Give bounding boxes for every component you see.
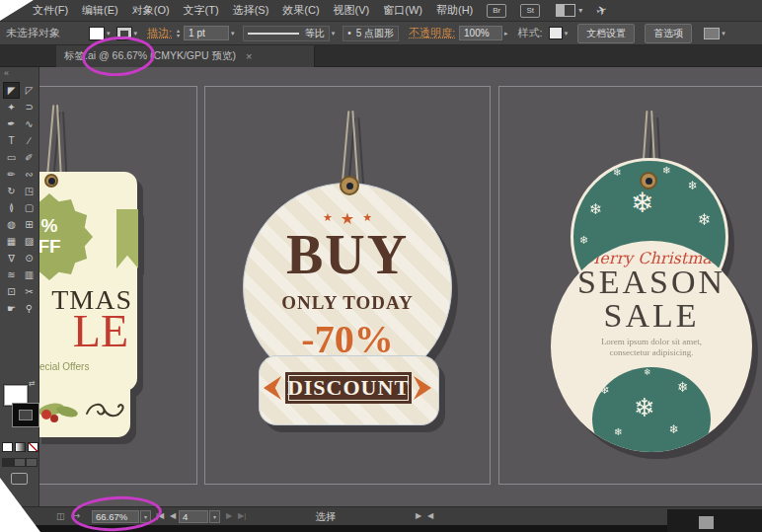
column-graph-tool[interactable]: ▥: [21, 266, 38, 283]
pencil-tool[interactable]: ✏: [3, 166, 20, 183]
perspective-grid-tool[interactable]: ⊞: [21, 216, 38, 233]
buy-headline: BUY: [243, 225, 452, 284]
rectangle-tool[interactable]: ▭: [3, 149, 20, 166]
artboard-number-field[interactable]: 4: [179, 510, 208, 523]
artboard-dropdown-icon[interactable]: ▾: [209, 510, 220, 523]
last-artboard-button[interactable]: ▶|: [238, 511, 246, 520]
workspace-switcher-icon[interactable]: [556, 4, 575, 17]
draw-behind-button[interactable]: [14, 458, 26, 467]
stroke-width-dropdown-icon[interactable]: ▾: [231, 30, 235, 38]
pen-tool[interactable]: ✒: [3, 115, 20, 132]
canvas-area: % FF TMAS LE ecial Offers ★★★ BUY ONLY T…: [39, 67, 762, 508]
fill-indicator[interactable]: [4, 385, 28, 406]
style-swatch[interactable]: [549, 27, 563, 39]
next-artboard-button[interactable]: ▶: [226, 511, 232, 520]
opacity-panel-link[interactable]: 不透明度:: [409, 26, 455, 40]
width-profile-dropdown[interactable]: 等比: [243, 26, 330, 41]
style-dropdown-icon[interactable]: ▾: [565, 30, 569, 38]
free-transform-tool[interactable]: ▢: [21, 199, 38, 216]
tool-grid: ◤ ◸ ✦ ⊃ ✒ ∿ T ∕ ▭ ✐ ✏ ∾ ↻ ◳ ≬ ▢ ◍ ⊞ ▦ ▨ …: [3, 82, 38, 317]
gradient-button[interactable]: [15, 442, 26, 452]
paint-style-buttons: [2, 442, 38, 452]
right-season-sale-tag[interactable]: ❄ ❄ ❄ ❄ ❄ ❄ ❄ Merry Christmas SEASON SAL…: [545, 107, 754, 454]
gradient-tool[interactable]: ▨: [21, 233, 38, 250]
blend-tool[interactable]: ⊙: [21, 250, 38, 266]
arrange-panel-icon[interactable]: [704, 28, 720, 39]
curvature-tool[interactable]: ∿: [21, 115, 38, 132]
menu-edit[interactable]: 编辑(E): [82, 3, 118, 18]
line-segment-tool[interactable]: ∕: [21, 132, 38, 149]
slice-tool[interactable]: ✂: [21, 283, 38, 300]
shaper-tool[interactable]: ∾: [21, 166, 38, 183]
fill-color-swatch[interactable]: [89, 27, 105, 40]
left-christmas-tag[interactable]: % FF TMAS LE ecial Offers: [36, 99, 154, 446]
share-icon[interactable]: ✈: [594, 2, 609, 20]
zoom-tool[interactable]: ⚲: [21, 300, 38, 317]
draw-normal-button[interactable]: [2, 458, 14, 467]
stroke-width-field[interactable]: 1 pt: [184, 26, 229, 40]
stock-button[interactable]: St: [520, 4, 540, 18]
center-discount-tag[interactable]: ★★★ BUY ONLY TODAY -70% DISCOUNT: [237, 107, 456, 434]
swap-fill-stroke-icon[interactable]: ⇄: [29, 379, 36, 388]
preferences-button[interactable]: 首选项: [645, 24, 692, 43]
status-scroll-left-icon[interactable]: ◀: [427, 511, 433, 520]
shape-builder-tool[interactable]: ◍: [3, 216, 20, 233]
type-tool[interactable]: T: [3, 132, 20, 149]
symbol-sprayer-tool[interactable]: ≋: [3, 266, 20, 283]
hand-tool[interactable]: ☛: [3, 300, 20, 317]
collapse-panel-icon[interactable]: «: [0, 67, 38, 78]
style-label: 样式:: [518, 26, 543, 40]
screen-mode-button[interactable]: [11, 473, 28, 485]
eyedropper-tool[interactable]: ∇: [3, 250, 20, 266]
stroke-indicator[interactable]: [13, 404, 38, 426]
color-button[interactable]: [2, 442, 13, 452]
profile-dropdown-icon[interactable]: ▾: [332, 30, 336, 38]
selection-status-label: 未选择对象: [6, 26, 83, 40]
menu-view[interactable]: 视图(V): [334, 3, 370, 18]
tag-string: [46, 105, 55, 180]
menu-object[interactable]: 对象(O): [132, 3, 170, 18]
magic-wand-tool[interactable]: ✦: [3, 99, 20, 115]
mesh-tool[interactable]: ▦: [3, 233, 20, 250]
tag-eyelet: [44, 174, 58, 188]
lorem-line-2: consectetur adipisicing.: [551, 347, 752, 357]
arrange-dropdown-icon[interactable]: ▾: [722, 30, 725, 38]
width-tool[interactable]: ≬: [3, 199, 20, 216]
fill-dropdown-icon[interactable]: ▾: [107, 30, 111, 38]
opacity-expand-icon[interactable]: ▸: [504, 30, 508, 38]
artboard-tool[interactable]: ⊡: [3, 283, 20, 300]
tab-close-icon[interactable]: ×: [246, 50, 252, 62]
direct-selection-tool[interactable]: ◸: [21, 82, 38, 99]
none-button[interactable]: [28, 442, 38, 452]
bridge-button[interactable]: Br: [487, 4, 506, 18]
opacity-field[interactable]: 100%: [459, 26, 502, 40]
brush-dropdown[interactable]: • 5 点圆形: [343, 26, 399, 41]
tag-eyelet: [340, 176, 359, 195]
previous-artboard-button[interactable]: ◀: [170, 511, 176, 520]
menu-help[interactable]: 帮助(H): [436, 3, 473, 18]
document-setup-button[interactable]: 文档设置: [577, 24, 635, 43]
menu-select[interactable]: 选择(S): [233, 3, 269, 18]
menu-file[interactable]: 文件(F): [33, 3, 68, 18]
workspace-caret-icon[interactable]: ▾: [578, 6, 582, 15]
paintbrush-tool[interactable]: ✐: [21, 149, 38, 166]
menu-type[interactable]: 文字(T): [184, 3, 219, 18]
draw-inside-button[interactable]: [26, 458, 38, 467]
artboard-nav-icon[interactable]: ◫: [56, 511, 65, 521]
current-tool-status: 选择: [296, 510, 355, 524]
sale-headline: SALE: [551, 298, 752, 334]
tools-panel: « ◤ ◸ ✦ ⊃ ✒ ∿ T ∕ ▭ ✐ ✏ ∾ ↻ ◳ ≬ ▢ ◍ ⊞ ▦ …: [0, 67, 39, 508]
rotate-tool[interactable]: ↻: [3, 183, 20, 199]
stroke-dropdown-icon[interactable]: ▾: [134, 30, 138, 38]
menu-window[interactable]: 窗口(W): [383, 3, 422, 18]
stroke-panel-link[interactable]: 描边:: [147, 26, 172, 40]
selection-tool[interactable]: ◤: [3, 82, 20, 99]
scale-tool[interactable]: ◳: [21, 183, 38, 199]
stroke-width-stepper[interactable]: ▴▾: [177, 29, 180, 38]
lasso-tool[interactable]: ⊃: [21, 99, 38, 115]
status-scroll-right-icon[interactable]: ▶: [416, 511, 421, 520]
scrollbar-thumb[interactable]: [699, 516, 714, 529]
season-headline: SEASON: [551, 265, 752, 300]
holly-ornament: [38, 398, 85, 425]
menu-effect[interactable]: 效果(C): [282, 3, 319, 18]
